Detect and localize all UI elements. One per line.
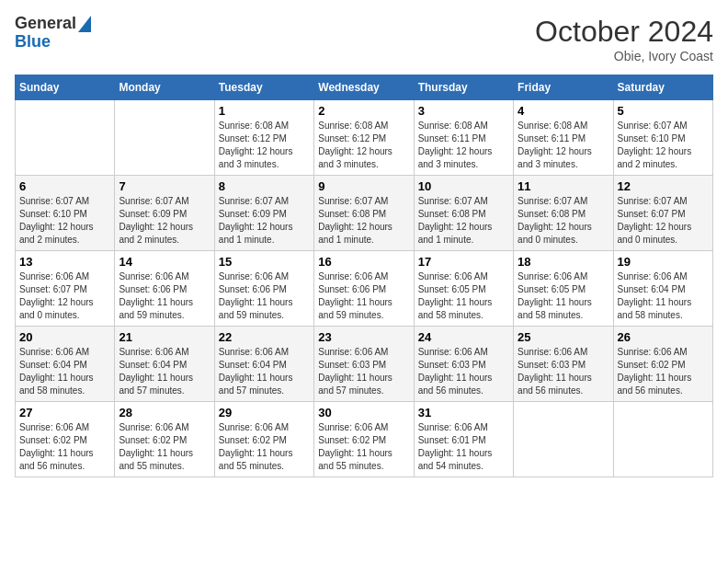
day-info: Sunrise: 6:06 AM Sunset: 6:05 PM Dayligh…: [418, 270, 509, 322]
day-of-week-header: Tuesday: [214, 75, 313, 100]
day-info: Sunrise: 6:06 AM Sunset: 6:04 PM Dayligh…: [219, 346, 310, 397]
day-info: Sunrise: 6:08 AM Sunset: 6:11 PM Dayligh…: [518, 120, 609, 171]
calendar-day-cell: 10Sunrise: 6:07 AM Sunset: 6:08 PM Dayli…: [414, 176, 513, 251]
calendar-day-cell: 1Sunrise: 6:08 AM Sunset: 6:12 PM Daylig…: [214, 100, 313, 176]
day-number: 16: [318, 255, 409, 269]
calendar-header-row: SundayMondayTuesdayWednesdayThursdayFrid…: [16, 75, 713, 100]
day-of-week-header: Sunday: [16, 75, 115, 100]
day-number: 26: [618, 330, 709, 344]
calendar-day-cell: 25Sunrise: 6:06 AM Sunset: 6:03 PM Dayli…: [514, 327, 613, 402]
day-of-week-header: Monday: [115, 75, 214, 100]
day-info: Sunrise: 6:06 AM Sunset: 6:06 PM Dayligh…: [219, 270, 310, 322]
logo: General Blue: [15, 15, 91, 52]
day-number: 21: [119, 330, 210, 344]
day-number: 11: [518, 179, 609, 193]
calendar-day-cell: 31Sunrise: 6:06 AM Sunset: 6:01 PM Dayli…: [414, 402, 513, 477]
day-info: Sunrise: 6:07 AM Sunset: 6:10 PM Dayligh…: [19, 195, 110, 247]
day-number: 3: [418, 104, 509, 118]
day-number: 10: [418, 179, 509, 193]
day-number: 29: [219, 406, 310, 419]
day-info: Sunrise: 6:06 AM Sunset: 6:07 PM Dayligh…: [19, 270, 110, 322]
calendar-week-row: 20Sunrise: 6:06 AM Sunset: 6:04 PM Dayli…: [16, 327, 713, 402]
calendar-day-cell: [514, 402, 613, 477]
calendar-day-cell: 22Sunrise: 6:06 AM Sunset: 6:04 PM Dayli…: [214, 327, 313, 402]
day-info: Sunrise: 6:06 AM Sunset: 6:04 PM Dayligh…: [119, 346, 210, 397]
calendar-day-cell: 4Sunrise: 6:08 AM Sunset: 6:11 PM Daylig…: [514, 100, 613, 176]
calendar-day-cell: 13Sunrise: 6:06 AM Sunset: 6:07 PM Dayli…: [16, 251, 115, 327]
day-number: 13: [19, 255, 110, 269]
calendar-day-cell: 27Sunrise: 6:06 AM Sunset: 6:02 PM Dayli…: [16, 402, 115, 477]
svg-marker-0: [78, 16, 91, 32]
calendar-week-row: 13Sunrise: 6:06 AM Sunset: 6:07 PM Dayli…: [16, 251, 713, 327]
calendar-week-row: 1Sunrise: 6:08 AM Sunset: 6:12 PM Daylig…: [16, 100, 713, 176]
logo-icon: [78, 16, 91, 32]
calendar-day-cell: 8Sunrise: 6:07 AM Sunset: 6:09 PM Daylig…: [214, 176, 313, 251]
calendar-day-cell: 17Sunrise: 6:06 AM Sunset: 6:05 PM Dayli…: [414, 251, 513, 327]
day-info: Sunrise: 6:06 AM Sunset: 6:03 PM Dayligh…: [318, 346, 409, 397]
day-info: Sunrise: 6:06 AM Sunset: 6:04 PM Dayligh…: [618, 270, 709, 322]
day-info: Sunrise: 6:06 AM Sunset: 6:01 PM Dayligh…: [418, 421, 509, 473]
calendar-week-row: 27Sunrise: 6:06 AM Sunset: 6:02 PM Dayli…: [16, 402, 713, 477]
calendar-day-cell: 19Sunrise: 6:06 AM Sunset: 6:04 PM Dayli…: [613, 251, 712, 327]
day-info: Sunrise: 6:07 AM Sunset: 6:09 PM Dayligh…: [219, 195, 310, 247]
day-number: 2: [318, 104, 409, 118]
day-info: Sunrise: 6:06 AM Sunset: 6:02 PM Dayligh…: [219, 421, 310, 473]
day-info: Sunrise: 6:06 AM Sunset: 6:03 PM Dayligh…: [518, 346, 609, 397]
day-number: 6: [19, 179, 110, 193]
calendar-day-cell: 30Sunrise: 6:06 AM Sunset: 6:02 PM Dayli…: [314, 402, 414, 477]
day-info: Sunrise: 6:08 AM Sunset: 6:12 PM Dayligh…: [318, 120, 409, 171]
calendar-day-cell: 20Sunrise: 6:06 AM Sunset: 6:04 PM Dayli…: [16, 327, 115, 402]
calendar-day-cell: 3Sunrise: 6:08 AM Sunset: 6:11 PM Daylig…: [414, 100, 513, 176]
day-info: Sunrise: 6:07 AM Sunset: 6:08 PM Dayligh…: [518, 195, 609, 247]
day-number: 23: [318, 330, 409, 344]
day-of-week-header: Wednesday: [314, 75, 414, 100]
day-info: Sunrise: 6:08 AM Sunset: 6:12 PM Dayligh…: [219, 120, 310, 171]
day-of-week-header: Friday: [514, 75, 613, 100]
calendar-day-cell: 26Sunrise: 6:06 AM Sunset: 6:02 PM Dayli…: [613, 327, 712, 402]
day-info: Sunrise: 6:06 AM Sunset: 6:05 PM Dayligh…: [518, 270, 609, 322]
day-number: 9: [318, 179, 409, 193]
day-number: 7: [119, 179, 210, 193]
day-number: 4: [518, 104, 609, 118]
day-number: 25: [518, 330, 609, 344]
calendar-day-cell: 24Sunrise: 6:06 AM Sunset: 6:03 PM Dayli…: [414, 327, 513, 402]
calendar-day-cell: [115, 100, 214, 176]
day-number: 12: [618, 179, 709, 193]
calendar-day-cell: 15Sunrise: 6:06 AM Sunset: 6:06 PM Dayli…: [214, 251, 313, 327]
day-info: Sunrise: 6:06 AM Sunset: 6:02 PM Dayligh…: [618, 346, 709, 397]
calendar-day-cell: 9Sunrise: 6:07 AM Sunset: 6:08 PM Daylig…: [314, 176, 414, 251]
calendar-day-cell: 16Sunrise: 6:06 AM Sunset: 6:06 PM Dayli…: [314, 251, 414, 327]
calendar-week-row: 6Sunrise: 6:07 AM Sunset: 6:10 PM Daylig…: [16, 176, 713, 251]
day-number: 1: [219, 104, 310, 118]
day-of-week-header: Thursday: [414, 75, 513, 100]
calendar-day-cell: 7Sunrise: 6:07 AM Sunset: 6:09 PM Daylig…: [115, 176, 214, 251]
day-info: Sunrise: 6:07 AM Sunset: 6:08 PM Dayligh…: [318, 195, 409, 247]
day-info: Sunrise: 6:07 AM Sunset: 6:09 PM Dayligh…: [119, 195, 210, 247]
day-info: Sunrise: 6:07 AM Sunset: 6:10 PM Dayligh…: [618, 120, 709, 171]
day-info: Sunrise: 6:08 AM Sunset: 6:11 PM Dayligh…: [418, 120, 509, 171]
day-number: 22: [219, 330, 310, 344]
calendar-table: SundayMondayTuesdayWednesdayThursdayFrid…: [15, 75, 713, 477]
day-info: Sunrise: 6:06 AM Sunset: 6:03 PM Dayligh…: [418, 346, 509, 397]
calendar-day-cell: 14Sunrise: 6:06 AM Sunset: 6:06 PM Dayli…: [115, 251, 214, 327]
calendar-day-cell: [16, 100, 115, 176]
day-number: 31: [418, 406, 509, 419]
calendar-day-cell: 6Sunrise: 6:07 AM Sunset: 6:10 PM Daylig…: [16, 176, 115, 251]
calendar-day-cell: 2Sunrise: 6:08 AM Sunset: 6:12 PM Daylig…: [314, 100, 414, 176]
page-header: General Blue October 2024 Obie, Ivory Co…: [15, 15, 713, 63]
day-number: 14: [119, 255, 210, 269]
day-of-week-header: Saturday: [613, 75, 712, 100]
day-number: 30: [318, 406, 409, 419]
calendar-day-cell: [613, 402, 712, 477]
day-info: Sunrise: 6:07 AM Sunset: 6:07 PM Dayligh…: [618, 195, 709, 247]
day-number: 18: [518, 255, 609, 269]
calendar-day-cell: 11Sunrise: 6:07 AM Sunset: 6:08 PM Dayli…: [514, 176, 613, 251]
day-info: Sunrise: 6:06 AM Sunset: 6:02 PM Dayligh…: [19, 421, 110, 473]
calendar-day-cell: 21Sunrise: 6:06 AM Sunset: 6:04 PM Dayli…: [115, 327, 214, 402]
calendar-day-cell: 23Sunrise: 6:06 AM Sunset: 6:03 PM Dayli…: [314, 327, 414, 402]
day-info: Sunrise: 6:06 AM Sunset: 6:02 PM Dayligh…: [119, 421, 210, 473]
calendar-day-cell: 28Sunrise: 6:06 AM Sunset: 6:02 PM Dayli…: [115, 402, 214, 477]
day-number: 27: [19, 406, 110, 419]
month-title: October 2024: [535, 15, 713, 49]
day-number: 15: [219, 255, 310, 269]
